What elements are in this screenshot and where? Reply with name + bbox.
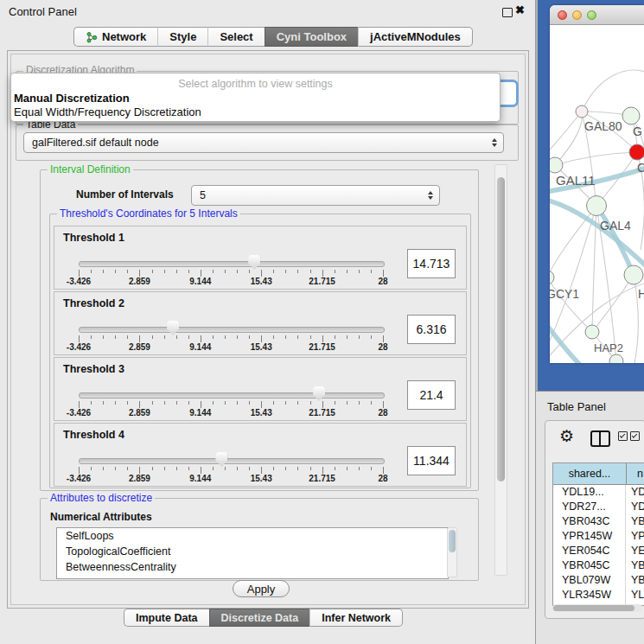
- table-header-shared-[interactable]: shared...: [553, 463, 627, 484]
- table-cell[interactable]: YPR145W: [553, 529, 626, 544]
- split-pane-icon[interactable]: [590, 430, 610, 447]
- table-row[interactable]: YLR345WYLR3: [553, 588, 644, 603]
- table-cell[interactable]: YDR2: [626, 500, 644, 514]
- network-window[interactable]: GAL80GCGAL11GAL4GCY1HHAP2: [550, 5, 644, 363]
- table-cell[interactable]: YDL1: [626, 485, 644, 500]
- threshold-slider-track[interactable]: [79, 392, 385, 399]
- algorithm-placeholder-option[interactable]: Select algorithm to view settings: [11, 78, 500, 90]
- main-scrollbar-thumb[interactable]: [497, 177, 505, 481]
- network-node[interactable]: [587, 196, 607, 216]
- slider-tick-label: 21.715: [309, 474, 335, 483]
- gear-icon[interactable]: ⚙: [559, 426, 574, 446]
- numerical-attributes-list[interactable]: SelfLoopsTopologicalCoefficientBetweenne…: [56, 527, 449, 579]
- tab-style[interactable]: Style: [157, 27, 207, 47]
- slider-tick: [273, 467, 274, 470]
- tab-select[interactable]: Select: [207, 27, 264, 47]
- network-node[interactable]: [585, 325, 599, 339]
- threshold-slider-track[interactable]: [79, 261, 385, 267]
- minimize-traffic-light-icon[interactable]: [572, 10, 582, 20]
- threshold-slider-thumb[interactable]: [313, 386, 325, 401]
- slider-tick: [201, 401, 201, 408]
- table-cell[interactable]: YER054C: [553, 544, 626, 558]
- threshold-value-field[interactable]: 11.344: [407, 446, 456, 475]
- network-node[interactable]: [550, 271, 554, 284]
- close-traffic-light-icon[interactable]: [558, 10, 567, 20]
- table-data-combo[interactable]: galFiltered.sif default node: [23, 132, 504, 153]
- network-edge[interactable]: [582, 70, 644, 112]
- float-window-icon[interactable]: [502, 8, 513, 17]
- table-cell[interactable]: YDL19...: [553, 485, 626, 500]
- table-cell[interactable]: YBR043C: [553, 514, 626, 529]
- attribute-item-topologicalcoefficient[interactable]: TopologicalCoefficient: [57, 544, 448, 559]
- network-node[interactable]: [576, 105, 588, 118]
- bottom-tab-impute-data[interactable]: Impute Data: [124, 609, 209, 627]
- table-panel-title: Table Panel: [547, 400, 606, 413]
- table-hscroll-thumb[interactable]: [553, 605, 634, 611]
- threshold-value-field[interactable]: 6.316: [407, 315, 456, 344]
- network-edge[interactable]: [550, 206, 596, 277]
- slider-tick: [310, 401, 311, 405]
- slider-tick-label: 21.715: [309, 408, 335, 418]
- table-cell[interactable]: YBL0: [626, 573, 644, 588]
- table-row[interactable]: YBR043CYBR0: [553, 514, 644, 529]
- algorithm-option-equal-width-frequency-discretization[interactable]: Equal Width/Frequency Discretization: [14, 105, 201, 118]
- table-cell[interactable]: YPR1: [626, 529, 644, 544]
- table-cell[interactable]: YER0: [626, 544, 644, 558]
- slider-tick: [335, 270, 335, 273]
- threshold-slider-track[interactable]: [79, 327, 385, 333]
- attributes-scrollbar-thumb[interactable]: [449, 530, 456, 552]
- tab-jactivemnodules[interactable]: jActiveMNodules: [358, 27, 473, 47]
- table-cell[interactable]: YBL079W: [553, 573, 626, 588]
- table-row[interactable]: YPR145WYPR1: [553, 529, 644, 544]
- slider-tick: [164, 335, 165, 339]
- network-node[interactable]: [629, 144, 644, 160]
- network-node[interactable]: [622, 107, 640, 124]
- network-window-titlebar[interactable]: [550, 5, 644, 25]
- bottom-tab-infer-network[interactable]: Infer Network: [309, 609, 403, 627]
- network-canvas[interactable]: GAL80GCGAL11GAL4GCY1HHAP2: [550, 25, 644, 363]
- bottom-tab-discretize-data[interactable]: Discretize Data: [209, 609, 310, 627]
- slider-tick: [322, 270, 323, 277]
- checkbox-icons[interactable]: [618, 431, 640, 441]
- network-edge[interactable]: [550, 112, 582, 155]
- algorithm-option-manual-discretization[interactable]: Manual Discretization: [14, 92, 130, 105]
- table-row[interactable]: YDL19...YDL1: [553, 485, 644, 500]
- threshold-slider-thumb[interactable]: [167, 321, 179, 335]
- threshold-value-field[interactable]: 14.713: [407, 249, 456, 278]
- slider-tick: [383, 467, 384, 474]
- network-node[interactable]: [624, 265, 643, 284]
- tab-cyni-toolbox[interactable]: Cyni Toolbox: [265, 27, 358, 47]
- table-cell[interactable]: YDR27...: [553, 500, 626, 514]
- close-icon[interactable]: ✖: [515, 3, 525, 16]
- zoom-traffic-light-icon[interactable]: [587, 10, 596, 20]
- attribute-item-betweennesscentrality[interactable]: BetweennessCentrality: [57, 559, 448, 575]
- attributes-scrollbar[interactable]: [447, 527, 457, 577]
- table-row[interactable]: YBL079WYBL0: [553, 573, 644, 588]
- slider-tick: [285, 270, 286, 273]
- network-node[interactable]: [550, 157, 563, 173]
- slider-tick: [152, 467, 153, 470]
- table-cell[interactable]: YLR3: [626, 588, 644, 603]
- threshold-slider-thumb[interactable]: [215, 452, 227, 467]
- table-cell[interactable]: YLR345W: [553, 588, 626, 603]
- attribute-item-selfloops[interactable]: SelfLoops: [57, 528, 448, 544]
- threshold-slider-thumb[interactable]: [248, 255, 260, 270]
- main-scrollbar[interactable]: [494, 164, 507, 576]
- table-cell[interactable]: YBR0: [626, 558, 644, 573]
- slider-tick-label: -3.426: [67, 474, 91, 483]
- table-row[interactable]: YBR045CYBR0: [553, 558, 644, 573]
- number-of-intervals-combo[interactable]: 5: [191, 185, 440, 206]
- threshold-value-field[interactable]: 21.4: [407, 380, 456, 410]
- network-icon: [86, 31, 98, 43]
- table-header-n[interactable]: n: [627, 463, 644, 484]
- table-cell[interactable]: YBR045C: [553, 558, 626, 573]
- table-horizontal-scrollbar[interactable]: [552, 604, 642, 612]
- table-row[interactable]: YER054CYER0: [553, 544, 644, 558]
- apply-button[interactable]: Apply: [233, 580, 290, 597]
- table-row[interactable]: YDR27...YDR2: [553, 500, 644, 514]
- network-edge[interactable]: [555, 152, 637, 165]
- table-cell[interactable]: YBR0: [626, 514, 644, 529]
- slider-tick: [91, 270, 92, 273]
- tab-network[interactable]: Network: [73, 27, 157, 47]
- threshold-slider-track[interactable]: [79, 458, 385, 464]
